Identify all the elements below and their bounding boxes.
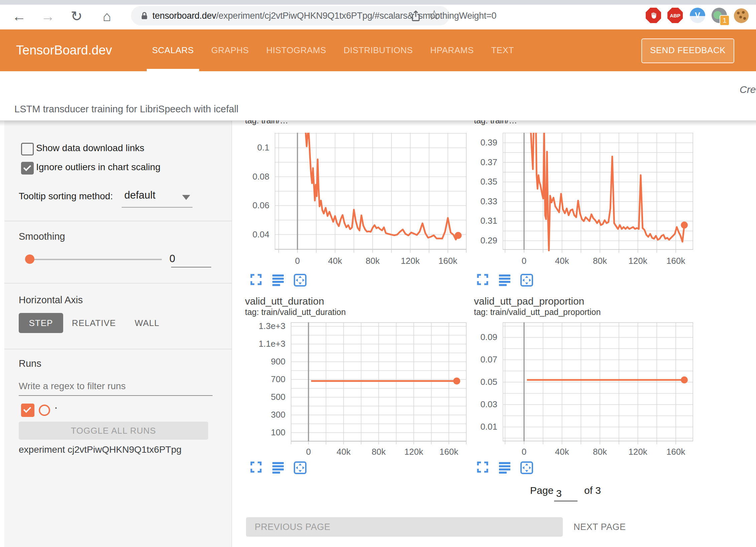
chart-plot-area-c4[interactable]: [503, 322, 693, 445]
expand-chart-icon[interactable]: [250, 274, 263, 287]
axis-option-step[interactable]: STEP: [19, 313, 63, 333]
x-tick-label: 120k: [400, 447, 427, 457]
previous-page-button[interactable]: PREVIOUS PAGE: [246, 517, 563, 537]
y-tick-label: 0.37: [454, 157, 497, 168]
y-tick-label: 0.31: [454, 216, 497, 226]
share-icon[interactable]: [411, 10, 421, 23]
chart-title: valid_utt_pad_proportion: [474, 296, 584, 307]
y-tick-label: 300: [242, 410, 285, 420]
log-scale-icon[interactable]: [498, 461, 512, 474]
smoothing-label: Smoothing: [19, 231, 65, 242]
smoothing-slider-thumb[interactable]: [25, 254, 34, 264]
privacy-extension-icon[interactable]: 1: [712, 8, 727, 23]
run-checkbox[interactable]: [21, 404, 34, 417]
page-total-label: of 3: [584, 485, 601, 496]
fit-data-icon[interactable]: [520, 461, 533, 474]
y-tick-label: 0.08: [226, 172, 269, 182]
url-text: tensorboard.dev/experiment/cj2vtPiwQHKN9…: [152, 6, 496, 25]
back-icon[interactable]: ←: [11, 5, 27, 27]
x-tick-label: 0: [284, 256, 311, 266]
bookmark-star-icon[interactable]: ☆: [428, 5, 440, 25]
chart-plot-area-c2[interactable]: [503, 133, 693, 254]
adblock-extension-icon[interactable]: [646, 8, 661, 23]
x-tick-label: 160k: [662, 256, 689, 266]
tab-scalars[interactable]: SCALARS: [152, 29, 194, 71]
tab-text[interactable]: TEXT: [491, 29, 514, 71]
scrollbar-gutter[interactable]: [0, 121, 4, 547]
last-point-dot: [681, 222, 688, 229]
show-download-links-label: Show data download links: [36, 142, 144, 154]
x-tick-label: 120k: [625, 447, 651, 457]
y-tick-label: 0.05: [454, 377, 497, 387]
show-download-links-checkbox[interactable]: [21, 143, 34, 155]
chart-plot-area-c1[interactable]: [275, 133, 467, 254]
y-tick-label: 500: [242, 392, 285, 402]
address-bar[interactable]: tensorboard.dev/experiment/cj2vtPiwQHKN9…: [131, 6, 450, 25]
expand-chart-icon[interactable]: [250, 461, 263, 474]
expand-chart-icon[interactable]: [477, 274, 490, 287]
next-page-button[interactable]: NEXT PAGE: [574, 517, 626, 537]
runs-label: Runs: [19, 358, 41, 369]
expand-chart-icon[interactable]: [477, 461, 490, 474]
y-tick-label: 0.09: [454, 332, 497, 342]
tooltip-sorting-dropdown[interactable]: default: [124, 189, 155, 201]
log-scale-icon[interactable]: [272, 461, 285, 474]
y-tick-label: 0.01: [454, 422, 497, 432]
x-tick-label: 40k: [322, 256, 349, 266]
tab-distributions[interactable]: DISTRIBUTIONS: [344, 29, 413, 71]
tab-graphs[interactable]: GRAPHS: [211, 29, 249, 71]
x-tick-label: 0: [295, 447, 322, 457]
series-line: [305, 133, 458, 240]
tab-histograms[interactable]: HISTOGRAMS: [266, 29, 326, 71]
x-tick-label: 40k: [549, 256, 576, 266]
smoothing-value-input[interactable]: 0: [169, 253, 175, 265]
send-feedback-button[interactable]: SEND FEEDBACK: [641, 38, 734, 63]
chevron-down-icon[interactable]: [182, 195, 190, 200]
x-tick-label: 0: [511, 256, 537, 266]
divider: [4, 349, 232, 349]
axis-option-relative[interactable]: RELATIVE: [71, 313, 117, 333]
experiment-id-text: experiment cj2vtPiwQHKN9Q1tx6PTpg: [19, 444, 181, 455]
x-tick-label: 40k: [330, 447, 357, 457]
y-tick-label: 0.33: [454, 196, 497, 207]
tab-hparams[interactable]: HPARAMS: [430, 29, 474, 71]
reload-icon[interactable]: ↻: [68, 5, 85, 27]
y-tick-label: 0.03: [454, 399, 497, 410]
runs-filter-input[interactable]: Write a regex to filter runs: [19, 381, 126, 392]
main-nav-tabs: SCALARSGRAPHSHISTOGRAMSDISTRIBUTIONSHPAR…: [152, 29, 514, 71]
divider: [4, 221, 232, 221]
x-tick-label: 120k: [397, 256, 424, 266]
chart-plot-area-c3[interactable]: [291, 322, 467, 445]
fit-data-icon[interactable]: [293, 461, 307, 474]
home-icon[interactable]: ⌂: [99, 5, 115, 27]
lock-icon[interactable]: [140, 11, 149, 22]
y-tick-label: 100: [242, 427, 285, 438]
log-scale-icon[interactable]: [498, 274, 512, 287]
app-logo[interactable]: TensorBoard.dev: [16, 29, 112, 71]
x-tick-label: 80k: [587, 447, 613, 457]
page-input-underline: [554, 501, 578, 502]
x-tick-label: 40k: [549, 447, 576, 457]
app-header: TensorBoard.dev SCALARSGRAPHSHISTOGRAMSD…: [0, 29, 756, 71]
ignore-outliers-checkbox[interactable]: [21, 162, 34, 175]
x-tick-label: 160k: [434, 256, 461, 266]
x-tick-label: 80k: [359, 256, 386, 266]
fit-data-icon[interactable]: [293, 274, 307, 287]
abp-extension-icon[interactable]: ABP: [667, 8, 683, 23]
smoothing-value-underline: [171, 267, 211, 267]
page-number-input[interactable]: 3: [556, 488, 562, 499]
cookie-extension-icon[interactable]: [734, 8, 749, 24]
fit-data-icon[interactable]: [520, 274, 533, 287]
forward-icon[interactable]: →: [39, 5, 56, 27]
browser-toolbar: ← → ↻ ⌂ tensorboard.dev/experiment/cj2vt…: [0, 5, 756, 29]
toggle-all-runs-button[interactable]: TOGGLE ALL RUNS: [19, 422, 208, 440]
chart-tag: tag: train/valid_utt_duration: [245, 307, 346, 317]
log-scale-icon[interactable]: [272, 274, 285, 287]
x-tick-label: 80k: [365, 447, 392, 457]
dropdown-underline: [122, 207, 193, 208]
vimium-extension-icon[interactable]: V: [690, 8, 705, 23]
axis-option-wall[interactable]: WALL: [127, 313, 167, 333]
chart-tag-clipped: tag: train/…: [245, 120, 419, 126]
run-name: .: [54, 399, 57, 411]
smoothing-slider-track[interactable]: [29, 259, 162, 260]
